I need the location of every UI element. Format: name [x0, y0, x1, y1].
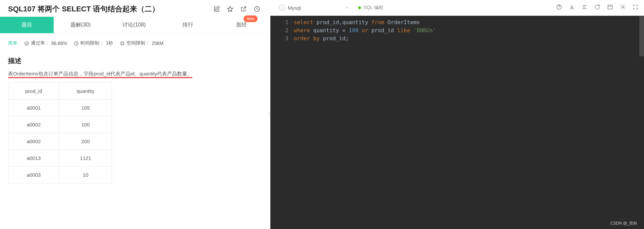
svg-point-6 — [622, 6, 624, 8]
status-dot-icon — [358, 6, 361, 9]
tab-solution[interactable]: 题解(30) — [54, 17, 107, 33]
format-icon[interactable] — [582, 4, 588, 11]
table-row: a00131121 — [8, 150, 112, 167]
pass-rate: 通过率： 66.68% — [24, 40, 67, 46]
clock-icon[interactable] — [254, 6, 260, 12]
external-link-icon[interactable] — [240, 6, 247, 12]
tabs: 题目 题解(30) 讨论(108) 排行 面经 new — [0, 17, 268, 34]
space-limit: 空间限制： 256M — [120, 40, 163, 46]
check-icon — [24, 41, 29, 46]
table-header: quantity — [59, 83, 112, 100]
download-icon[interactable] — [569, 4, 575, 11]
section-title-desc: 描述 — [8, 56, 260, 65]
language-selector[interactable]: i Mysql — [276, 3, 353, 13]
editor-scrollbar[interactable] — [639, 16, 644, 56]
svg-rect-5 — [608, 5, 612, 9]
problem-content: 简单 通过率： 66.68% 时间限制： 1秒 空间限制： 256M 描述 表O… — [0, 34, 268, 229]
clock-icon — [74, 41, 79, 46]
new-badge: new — [244, 15, 258, 22]
watermark: CSDN @_奕秋 — [610, 221, 637, 226]
chevron-down-icon — [345, 5, 350, 11]
star-icon[interactable] — [227, 6, 233, 12]
fullscreen-icon[interactable] — [633, 4, 639, 11]
memory-icon — [120, 41, 125, 46]
svg-point-1 — [25, 41, 29, 45]
layout-icon[interactable] — [607, 4, 613, 11]
svg-rect-3 — [121, 42, 124, 45]
table-row: a0001105 — [8, 100, 112, 116]
table-row: a0002100 — [8, 116, 112, 133]
table-header: prod_id — [8, 83, 59, 100]
tab-rank[interactable]: 排行 — [161, 17, 215, 33]
problem-title: SQL107 将两个 SELECT 语句结合起来（二） — [8, 4, 213, 14]
settings-icon[interactable] — [620, 4, 626, 11]
refresh-icon[interactable] — [594, 4, 600, 11]
difficulty-label: 简单 — [8, 40, 17, 46]
project-label: SQL 编程 — [358, 5, 383, 11]
help-icon[interactable] — [556, 4, 562, 11]
code-editor[interactable]: 123 select prod_id,quantity from OrderIt… — [270, 16, 644, 229]
time-limit: 时间限制： 1秒 — [74, 40, 113, 46]
table-row: a000310 — [8, 167, 112, 183]
table-row: a0002200 — [8, 133, 112, 150]
tab-problem[interactable]: 题目 — [0, 17, 54, 33]
edit-icon[interactable] — [213, 6, 220, 12]
description-text: 表OrderItems包含订单产品信息，字段prod_id代表产品id、quan… — [8, 71, 260, 77]
tab-interview[interactable]: 面经 — [215, 17, 268, 33]
info-icon: i — [279, 5, 285, 11]
tab-discuss[interactable]: 讨论(108) — [107, 17, 161, 33]
data-table: prod_idquantity a0001105a0002100a0002200… — [8, 82, 112, 183]
